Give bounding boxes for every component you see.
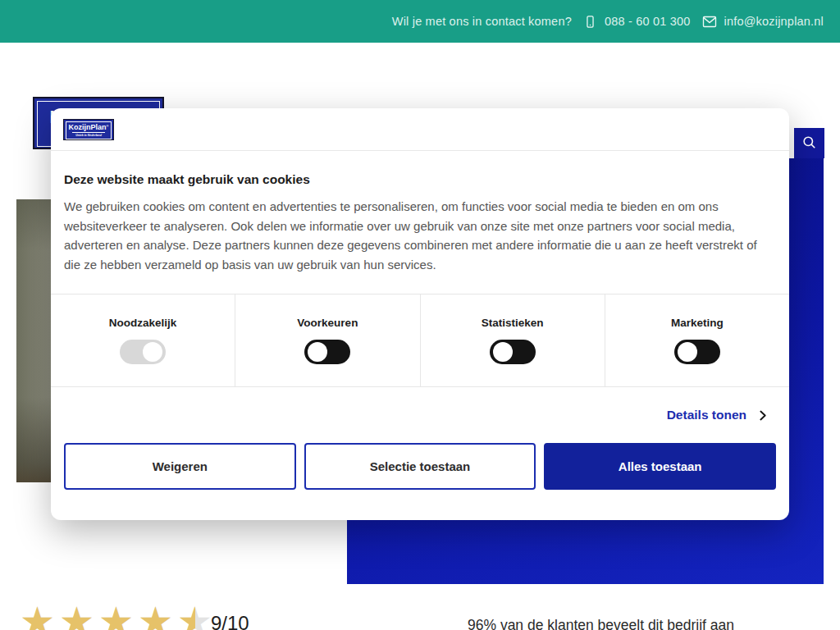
cookie-category-statistieken: Statistieken <box>421 294 605 386</box>
star-icon: ★★ <box>59 602 95 630</box>
cookie-dialog-header: KozijnPlan® Uniek in Nederland <box>51 108 789 151</box>
phone-link[interactable]: 088 - 60 01 300 <box>583 15 691 29</box>
cookie-dialog-description: We gebruiken cookies om content en adver… <box>64 197 774 274</box>
category-label: Marketing <box>671 317 724 329</box>
rating-strip: ★★★★★★★★★★ 9/10 96% van de klanten bevee… <box>0 597 840 630</box>
rating-score: 9/10 <box>211 612 249 630</box>
contact-question-text: Wil je met ons in contact komen? <box>392 15 572 28</box>
toggle-knob <box>308 342 327 362</box>
details-tonen-link[interactable]: Details tonen <box>667 408 746 422</box>
cookie-category-marketing: Marketing <box>605 294 789 386</box>
logo-tagline: Uniek in Nederland <box>75 134 102 137</box>
recommendation-text: 96% van de klanten beveelt dit bedrijf a… <box>468 617 734 630</box>
page: Wil je met ons in contact komen? 088 - 6… <box>0 0 840 630</box>
toggle-noodzakelijk <box>120 340 166 364</box>
logo-divider <box>72 132 105 133</box>
logo-frame: KozijnPlan® Uniek in Nederland <box>66 121 112 139</box>
top-contact-bar: Wil je met ons in contact komen? 088 - 6… <box>0 0 840 43</box>
phone-number: 088 - 60 01 300 <box>605 15 691 28</box>
star-icon: ★★ <box>20 602 56 630</box>
star-rating: ★★★★★★★★★★ <box>20 602 213 630</box>
cookie-consent-dialog: KozijnPlan® Uniek in Nederland Deze webs… <box>51 108 789 520</box>
cookie-dialog-logo: KozijnPlan® Uniek in Nederland <box>63 119 114 140</box>
alles-toestaan-button[interactable]: Alles toestaan <box>544 443 776 490</box>
chevron-right-icon[interactable] <box>756 409 769 422</box>
email-address: info@kozijnplan.nl <box>724 15 824 28</box>
logo-title: KozijnPlan® <box>69 124 109 131</box>
cookie-categories: Noodzakelijk Voorkeuren Statistieken Mar… <box>51 294 789 387</box>
email-link[interactable]: info@kozijnplan.nl <box>702 15 824 28</box>
registered-mark: ® <box>107 124 109 128</box>
toggle-marketing[interactable] <box>674 340 720 364</box>
toggle-statistieken[interactable] <box>490 340 536 364</box>
category-label: Statistieken <box>482 317 544 329</box>
mail-icon <box>702 16 717 28</box>
toggle-knob <box>143 342 162 362</box>
star-icon: ★★ <box>177 602 213 630</box>
search-button[interactable] <box>794 128 824 158</box>
category-label: Noodzakelijk <box>109 317 177 329</box>
cookie-buttons-row: Weigeren Selectie toestaan Alles toestaa… <box>51 443 789 490</box>
star-icon: ★★ <box>98 602 135 630</box>
toggle-knob <box>678 342 697 362</box>
phone-icon <box>583 15 597 29</box>
weigeren-button[interactable]: Weigeren <box>64 443 296 490</box>
category-label: Voorkeuren <box>297 317 358 329</box>
selectie-toestaan-button[interactable]: Selectie toestaan <box>304 443 536 490</box>
cookie-dialog-title: Deze website maakt gebruik van cookies <box>64 172 776 187</box>
search-icon <box>801 135 817 153</box>
cookie-category-noodzakelijk: Noodzakelijk <box>51 294 235 386</box>
details-row: Details tonen <box>51 387 789 443</box>
cookie-category-voorkeuren: Voorkeuren <box>235 294 420 386</box>
toggle-knob <box>493 342 513 362</box>
star-icon: ★★ <box>138 602 174 630</box>
toggle-voorkeuren[interactable] <box>304 340 350 364</box>
